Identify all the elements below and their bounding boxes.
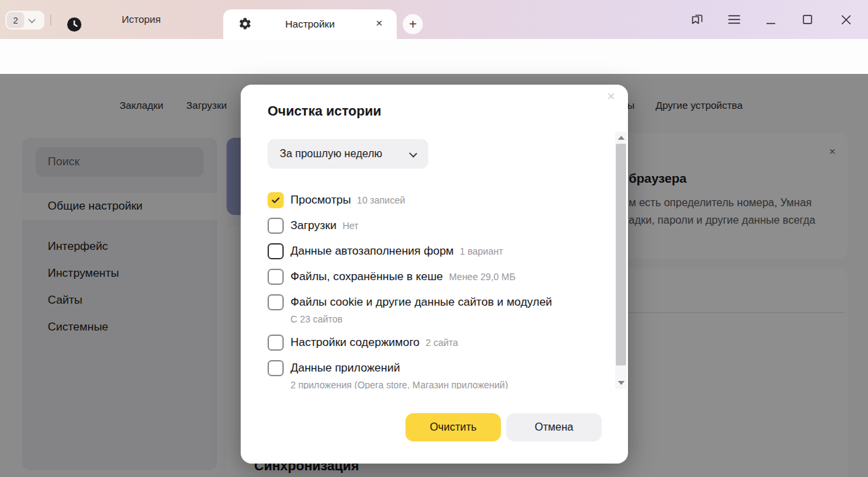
list-item[interactable]: Просмотры 10 записей [268, 191, 628, 209]
dialog-close-icon[interactable]: × [602, 87, 620, 105]
checkbox-browsing[interactable] [268, 192, 284, 208]
history-tab-clock-icon[interactable] [67, 17, 82, 35]
chevron-down-icon [28, 14, 36, 26]
item-meta: 2 сайта [426, 337, 458, 348]
item-label: Файлы, сохранённые в кеше [290, 270, 443, 284]
item-label: Настройки содержимого [290, 336, 420, 349]
item-meta: 10 записей [357, 195, 405, 206]
checkbox-cache[interactable] [268, 269, 284, 285]
clear-button[interactable]: Очистить [405, 413, 501, 441]
menu-icon[interactable] [727, 12, 742, 27]
checkbox-app-data[interactable] [268, 360, 284, 376]
toolbar: Я Y settings Настройки ⋮ [0, 39, 868, 74]
dialog-scrollbar[interactable] [615, 132, 627, 389]
new-tab-button[interactable]: + [403, 14, 423, 34]
side-panels-icon[interactable] [690, 12, 705, 27]
item-meta: С 23 сайтов [290, 312, 628, 326]
tab-count: 2 [7, 12, 24, 28]
close-window-icon[interactable] [838, 12, 853, 27]
clear-items-list: Просмотры 10 записей Загрузки Нет Данные… [241, 191, 628, 389]
browser-window: 2 История Настройки × + [0, 0, 868, 477]
scroll-down-icon[interactable] [615, 378, 627, 388]
cancel-button[interactable]: Отмена [506, 413, 602, 441]
item-label: Данные приложений [290, 361, 400, 375]
list-item[interactable]: Настройки содержимого 2 сайта [268, 334, 628, 351]
list-item[interactable]: Данные автозаполнения форм 1 вариант [268, 243, 628, 260]
checkbox-autofill[interactable] [268, 243, 284, 259]
period-dropdown-value: За прошлую неделю [280, 148, 383, 160]
checkbox-content-settings[interactable] [268, 335, 284, 351]
scrollbar-thumb[interactable] [616, 144, 626, 365]
scroll-up-icon[interactable] [615, 133, 627, 142]
list-item[interactable]: Файлы, сохранённые в кеше Менее 29,0 МБ [268, 268, 628, 286]
item-label: Файлы cookie и другие данные сайтов и мо… [290, 296, 552, 309]
item-meta: Менее 29,0 МБ [449, 271, 516, 282]
clear-history-dialog: × Очистка истории За прошлую неделю Прос… [241, 85, 628, 464]
list-item[interactable]: Файлы cookie и другие данные сайтов и мо… [268, 294, 628, 326]
maximize-icon[interactable] [800, 12, 815, 27]
minimize-icon[interactable] [763, 12, 778, 27]
item-label: Загрузки [290, 219, 336, 232]
item-label: Данные автозаполнения форм [290, 245, 454, 258]
dialog-title: Очистка истории [268, 103, 381, 119]
tab-settings-label: Настройки [223, 18, 397, 30]
list-item[interactable]: Данные приложений 2 приложения (Opera st… [268, 359, 628, 389]
item-meta: 2 приложения (Opera store, Магазин прило… [290, 378, 628, 389]
tab-history[interactable]: История [101, 13, 182, 25]
close-tab-icon[interactable]: × [372, 17, 386, 30]
checkbox-cookies[interactable] [268, 294, 284, 310]
dialog-scroll-area: За прошлую неделю Просмотры 10 записей З… [241, 132, 628, 389]
chevron-down-icon [409, 149, 417, 157]
item-meta: Нет [342, 220, 358, 231]
item-label: Просмотры [290, 193, 351, 207]
item-meta: 1 вариант [460, 246, 503, 257]
tab-settings[interactable]: Настройки × [223, 9, 397, 39]
checkbox-downloads[interactable] [268, 218, 284, 234]
tab-strip: 2 История Настройки × + [0, 0, 868, 39]
divider [50, 15, 51, 26]
tab-counter[interactable]: 2 [5, 11, 44, 30]
list-item[interactable]: Загрузки Нет [268, 217, 628, 234]
period-dropdown[interactable]: За прошлую неделю [268, 139, 428, 169]
